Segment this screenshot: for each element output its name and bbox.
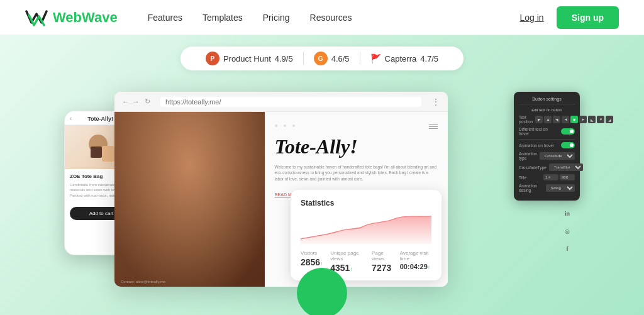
phone-back-icon: ‹: [70, 115, 72, 122]
hamburger-icon: [429, 124, 438, 129]
statistics-panel: Statistics: [291, 190, 441, 280]
signup-button[interactable]: Sign up: [557, 6, 619, 29]
align-mr-button[interactable]: ►: [579, 116, 587, 123]
title-value-2[interactable]: [560, 174, 575, 180]
settings-panel-title: Button settings: [519, 97, 575, 104]
visitors-arrow-icon: ↑: [320, 261, 323, 267]
nav-link-features[interactable]: Features: [148, 13, 182, 23]
logo[interactable]: WebWave: [25, 9, 118, 26]
different-text-toggle[interactable]: [561, 128, 575, 135]
align-ml-button[interactable]: ◄: [562, 116, 569, 123]
ph-platform: Product Hunt: [223, 54, 271, 64]
stats-chart: [301, 213, 431, 244]
shape-dark: [91, 146, 102, 158]
align-br-button[interactable]: ◢: [606, 116, 613, 123]
crossfade-type-select[interactable]: TransBlur: [549, 163, 583, 171]
browser-url-bar[interactable]: https://toteally.me/: [160, 97, 421, 107]
align-bl-button[interactable]: ◣: [588, 116, 596, 123]
nav-link-templates[interactable]: Templates: [203, 13, 243, 23]
settings-panel: Button settings Edit text on button Text…: [514, 92, 580, 201]
rating-g2: G 4.6/5: [304, 52, 360, 65]
site-hero-image: [114, 112, 265, 287]
site-body-text: Welcome to my sustainable haven of handc…: [275, 164, 438, 182]
nav-actions: Log in Sign up: [520, 6, 619, 29]
g2-badge: G: [314, 52, 328, 65]
site-content: Tote-Ally! Welcome to my sustainable hav…: [265, 112, 448, 287]
animation-hover-row: Animation on hover: [519, 142, 575, 148]
back-arrow-icon[interactable]: ←: [122, 97, 130, 106]
align-bc-button[interactable]: ▼: [597, 116, 604, 123]
align-mc-button[interactable]: ■: [570, 116, 578, 123]
easing-select[interactable]: Swing: [546, 184, 575, 192]
ratings-bar: P Product Hunt 4.9/5 G 4.6/5 🚩 Capterra …: [180, 47, 464, 70]
animation-label: Animation on hover: [519, 143, 558, 148]
phone-title: Tote-Ally!: [87, 116, 113, 122]
stat-time-label: Average visit time: [400, 250, 431, 262]
browser-bar: ← → ↻ https://toteally.me/ ⋮: [114, 92, 448, 112]
green-circle-decoration: [297, 268, 347, 315]
animation-toggle[interactable]: [561, 142, 575, 148]
easing-row: Animation easing Swing: [519, 184, 575, 192]
phone-product-name: ZOE Tote Bag: [70, 174, 103, 179]
easing-label: Animation easing: [519, 184, 543, 192]
site-contact: Contact: alice@toteally.me: [121, 280, 165, 284]
animation-type-row: Animation type Crossfade: [519, 152, 575, 160]
hero-section: P Product Hunt 4.9/5 G 4.6/5 🚩 Capterra …: [0, 35, 644, 315]
title-value-1[interactable]: [543, 174, 558, 180]
logo-icon: [25, 9, 48, 26]
social-icons: in ◎ f: [561, 207, 574, 255]
title-row: Title: [519, 174, 575, 180]
nav-link-pricing[interactable]: Pricing: [263, 13, 290, 23]
align-tl-button[interactable]: ◤: [535, 116, 543, 123]
capterra-score: 4.7/5: [420, 54, 438, 64]
screenshot-area: ‹ Tote-Ally! ♥ ZOE Tote Bag $27 Handmade…: [64, 73, 580, 306]
nav-link-resources[interactable]: Resources: [310, 13, 352, 23]
animation-type-select[interactable]: Crossfade: [540, 152, 575, 160]
stat-page-value: 7273: [372, 263, 392, 273]
text-position-row: Text position ◤ ▲ ◥ ◄ ■ ► ◣ ▼ ◢: [519, 115, 575, 124]
stat-unique-label: Unique page views: [330, 250, 364, 262]
reload-icon[interactable]: ↻: [145, 97, 150, 106]
text-position-icons: ◤ ▲ ◥ ◄ ■ ► ◣ ▼ ◢: [535, 116, 613, 123]
facebook-icon[interactable]: f: [561, 243, 574, 255]
instagram-icon[interactable]: ◎: [561, 225, 574, 238]
capterra-platform: Capterra: [385, 54, 417, 64]
text-position-label: Text position: [519, 115, 533, 124]
shape-rect: [102, 146, 114, 162]
title-inputs: [543, 174, 575, 180]
crossfade-type-row: CrossfadeType TransBlur: [519, 163, 575, 171]
different-text-label: Different text on hover: [519, 127, 558, 136]
stat-unique-views: Unique page views 4351↑: [330, 250, 364, 273]
crossfade-type-label: CrossfadeType: [519, 165, 547, 170]
time-arrow-icon: ↑: [428, 265, 430, 270]
title-input-label: Title: [519, 175, 541, 180]
logo-text: WebWave: [53, 9, 118, 26]
different-text-row: Different text on hover: [519, 127, 575, 136]
browser-content: Tote-Ally! Welcome to my sustainable hav…: [114, 112, 448, 287]
product-shapes: [86, 131, 117, 163]
stat-page-label: Page views: [372, 250, 392, 262]
animation-type-label: Animation type: [519, 152, 537, 160]
stat-page-views: Page views 7273: [372, 250, 392, 273]
nav-links: Features Templates Pricing Resources: [148, 13, 520, 23]
stat-avg-time: Average visit time 00:04:29↑: [400, 250, 431, 273]
site-nav: [275, 124, 438, 129]
login-link[interactable]: Log in: [520, 13, 544, 23]
ph-badge: P: [206, 52, 219, 65]
unique-arrow-icon: ↑: [350, 267, 352, 272]
forward-arrow-icon[interactable]: →: [132, 97, 140, 106]
rating-capterra: 🚩 Capterra 4.7/5: [360, 53, 449, 64]
linkedin-icon[interactable]: in: [561, 207, 574, 220]
align-tr-button[interactable]: ◥: [553, 116, 560, 123]
browser-menu-icon[interactable]: ⋮: [431, 97, 440, 107]
navigation: WebWave Features Templates Pricing Resou…: [0, 0, 644, 35]
stat-visitors-value: 2856↑: [301, 257, 323, 267]
settings-edit-label: Edit text on button: [519, 108, 575, 112]
capterra-flag-icon: 🚩: [370, 53, 381, 64]
browser-nav-arrows: ← →: [122, 97, 140, 106]
ph-score: 4.9/5: [275, 54, 293, 64]
settings-divider: [519, 139, 575, 140]
rating-producthunt: P Product Hunt 4.9/5: [196, 52, 303, 65]
site-headline: Tote-Ally!: [275, 136, 438, 158]
align-tc-button[interactable]: ▲: [544, 116, 552, 123]
